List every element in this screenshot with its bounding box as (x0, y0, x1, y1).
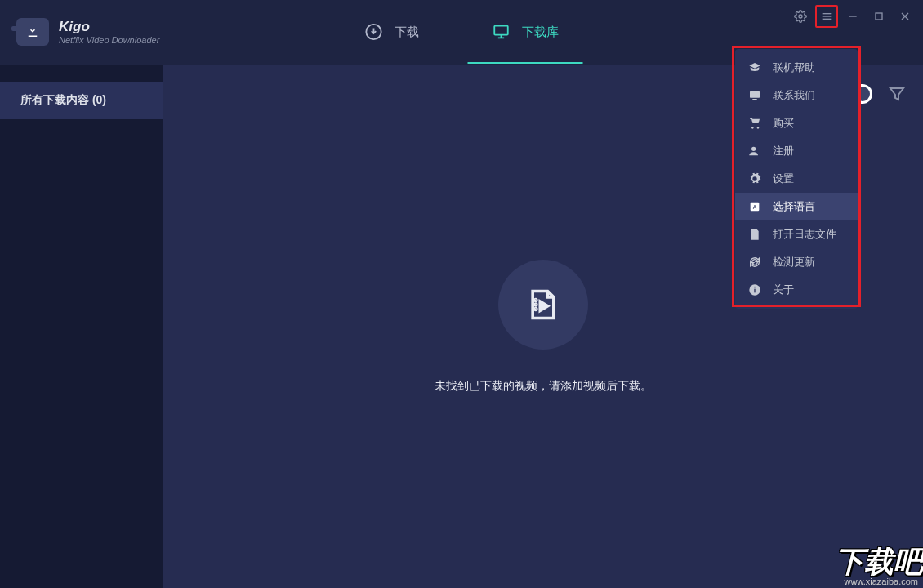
app-title: Kigo (59, 19, 159, 35)
settings-button[interactable] (789, 5, 812, 28)
svg-rect-9 (494, 26, 508, 35)
menu-label: 关于 (773, 283, 794, 297)
tab-library[interactable]: 下载库 (493, 23, 559, 64)
download-icon (25, 24, 40, 39)
svg-rect-17 (752, 99, 756, 100)
gear-icon (794, 10, 807, 23)
user-plus-icon (748, 145, 761, 158)
cart-icon (748, 117, 761, 130)
filter-button[interactable] (887, 84, 907, 104)
sidebar-item-label: 所有下载内容 (0) (20, 93, 106, 108)
monitor-icon (748, 89, 761, 102)
tab-library-label: 下载库 (522, 24, 559, 40)
svg-rect-5 (876, 13, 882, 20)
watermark: 下载吧 www.xiazaiba.com (835, 547, 923, 588)
svg-point-18 (751, 147, 756, 151)
menu-settings[interactable]: 设置 (735, 165, 858, 193)
menu-label: 设置 (773, 172, 794, 186)
main-tabs: 下载 下载库 (365, 23, 559, 64)
download-tab-icon (365, 23, 383, 41)
library-tab-icon (493, 23, 511, 41)
language-icon: A (748, 200, 761, 213)
menu-language[interactable]: A 选择语言 (735, 193, 858, 220)
close-icon (898, 10, 912, 23)
app-subtitle: Netflix Video Downloader (59, 35, 159, 45)
app-logo (16, 18, 49, 46)
menu-label: 联系我们 (773, 88, 815, 103)
minimize-icon (846, 10, 859, 23)
hamburger-menu-button[interactable] (815, 5, 838, 28)
menu-label: 检测更新 (773, 255, 815, 270)
menu-label: 打开日志文件 (773, 227, 836, 242)
menu-contact-us[interactable]: 联系我们 (735, 82, 858, 109)
watermark-url: www.xiazaiba.com (835, 577, 923, 588)
svg-point-23 (754, 287, 756, 288)
svg-marker-12 (540, 301, 547, 310)
hamburger-icon (820, 10, 833, 23)
menu-check-updates[interactable]: 检测更新 (735, 248, 858, 276)
document-icon (748, 228, 761, 241)
tab-download-label: 下载 (395, 24, 419, 40)
sidebar-item-all-downloads[interactable]: 所有下载内容 (0) (0, 82, 163, 119)
filter-icon (887, 84, 907, 104)
empty-state-message: 未找到已下载的视频，请添加视频后下载。 (435, 379, 652, 394)
close-button[interactable] (894, 5, 916, 28)
maximize-icon (872, 10, 885, 23)
minimize-button[interactable] (841, 5, 864, 28)
video-file-icon (525, 287, 561, 323)
svg-text:A: A (753, 204, 757, 210)
sidebar: 所有下载内容 (0) (0, 65, 163, 588)
menu-purchase[interactable]: 购买 (735, 109, 858, 137)
svg-point-0 (799, 15, 802, 18)
menu-open-log[interactable]: 打开日志文件 (735, 220, 858, 248)
empty-state: 未找到已下载的视频，请添加视频后下载。 (435, 260, 652, 394)
hamburger-dropdown: 联机帮助 联系我们 购买 注册 设置 A 选择语言 打开日志文件 检测更新 关于 (735, 49, 858, 309)
maximize-button[interactable] (867, 5, 890, 28)
svg-rect-22 (754, 289, 755, 293)
refresh-icon (748, 256, 761, 269)
svg-rect-16 (750, 91, 760, 98)
menu-register[interactable]: 注册 (735, 137, 858, 165)
gear-icon (748, 172, 761, 185)
menu-label: 购买 (773, 116, 794, 131)
svg-point-13 (535, 300, 537, 301)
menu-label: 注册 (773, 144, 794, 158)
menu-about[interactable]: 关于 (735, 276, 858, 304)
watermark-text: 下载吧 (835, 547, 923, 577)
app-header: Kigo Netflix Video Downloader (16, 18, 159, 46)
menu-label: 联机帮助 (773, 60, 815, 75)
svg-point-14 (535, 304, 537, 305)
graduation-cap-icon (748, 61, 761, 74)
empty-state-icon-container (498, 260, 588, 350)
tab-download[interactable]: 下载 (365, 23, 419, 64)
info-icon (748, 283, 761, 296)
svg-point-15 (535, 309, 537, 310)
menu-label: 选择语言 (773, 199, 815, 214)
menu-online-help[interactable]: 联机帮助 (735, 54, 858, 82)
